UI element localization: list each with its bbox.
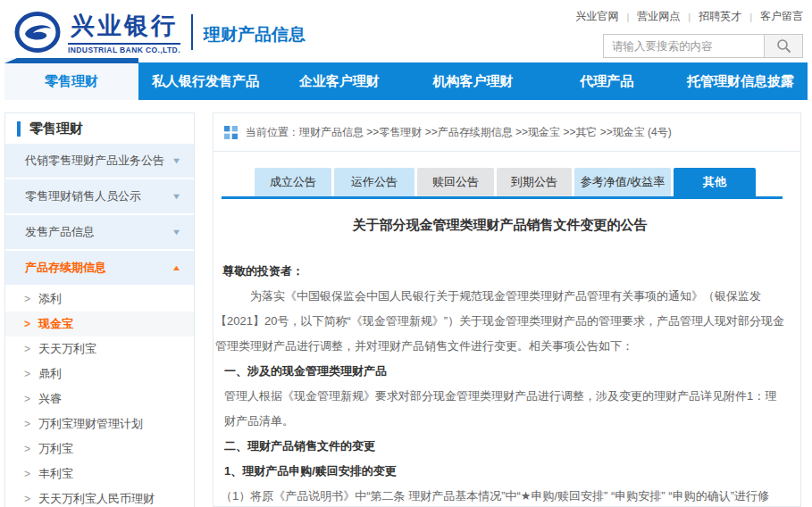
article-paragraph: 管理人根据《现金管理新规》要求对部分现金管理类理财产品进行调整，涉及变更的理财产… (224, 384, 786, 434)
article-heading-1: 一、涉及的现金管理类理财产品 (224, 359, 786, 384)
chevron-up-icon: ▲ (172, 263, 182, 272)
article-paragraph: 为落实《中国银保监会中国人民银行关于规范现金管理类理财产品管理有关事项的通知》（… (215, 284, 786, 359)
search-button[interactable] (764, 35, 802, 57)
subitem-label: 天天万利宝人民币理财 (38, 491, 155, 507)
sidebar-item-xingrui[interactable]: > 兴睿 (5, 386, 194, 411)
link-official-site[interactable]: 兴业官网 (575, 9, 618, 24)
bank-logotype: 兴业银行 INDUSTRIAL BANK CO.,LTD. (68, 10, 180, 54)
sidebar-item-wanlibao-plan[interactable]: > 万利宝理财管理计划 (5, 411, 194, 436)
search-box (603, 34, 803, 58)
breadcrumb: 当前位置：理财产品信息 >>零售理财 >>产品存续期信息 >>现金宝 >>其它 … (213, 113, 800, 152)
nav-tab-corporate-wealth[interactable]: 企业客户理财 (272, 62, 406, 100)
sidebar-section-product-duration-info[interactable]: 产品存续期信息 ▲ (5, 251, 194, 285)
sidebar-item-fenglibao[interactable]: > 丰利宝 (5, 461, 194, 486)
announcement-tabs: 成立公告 运作公告 赎回公告 到期公告 参考净值/收益率 其他 (213, 168, 800, 196)
subitem-label: 鼎利 (38, 366, 62, 382)
bank-logo-icon (14, 11, 61, 54)
tabs-underline (222, 196, 783, 199)
nav-tab-custody-disclosure[interactable]: 托管理财信息披露 (674, 62, 808, 100)
sidebar-item-xianjinbao[interactable]: > 现金宝 (5, 312, 194, 337)
site-header: 兴业银行 INDUSTRIAL BANK CO.,LTD. 理财产品信息 兴业官… (0, 0, 812, 58)
section-label: 代销零售理财产品业务公告 (25, 153, 164, 169)
subitem-label: 万利宝理财管理计划 (38, 416, 143, 432)
section-label: 发售产品信息 (25, 224, 95, 240)
caret-icon: > (24, 343, 30, 355)
link-feedback[interactable]: 客户留言 (760, 9, 803, 24)
article-paragraph: （1）将原《产品说明书》中“第二条 理财产品基本情况”中“★申购/赎回安排” “… (221, 484, 786, 507)
subitem-label: 万利宝 (38, 441, 73, 457)
sidebar-item-dingli[interactable]: > 鼎利 (5, 362, 194, 386)
caret-icon: > (24, 418, 30, 430)
sidebar-section-products-on-sale[interactable]: 发售产品信息 ▼ (5, 215, 194, 249)
chevron-down-icon: ▼ (172, 228, 182, 237)
main-panel: 当前位置：理财产品信息 >>零售理财 >>产品存续期信息 >>现金宝 >>其它 … (213, 112, 801, 507)
subitem-label: 天天万利宝 (38, 341, 96, 357)
bank-name-cn: 兴业银行 (71, 10, 178, 42)
sidebar-title-label: 零售理财 (29, 121, 83, 137)
bank-name-en: INDUSTRIAL BANK CO.,LTD. (68, 43, 180, 54)
announcement-article: 关于部分现金管理类理财产品销售文件变更的公告 尊敬的投资者： 为落实《中国银保监… (213, 217, 800, 507)
article-subheading-1: 1、理财产品申购/赎回安排的变更 (224, 459, 786, 484)
caret-icon: > (24, 443, 30, 455)
search-input[interactable] (604, 35, 764, 57)
section-label: 零售理财销售人员公示 (25, 188, 141, 204)
caret-icon: > (24, 293, 30, 305)
sidebar-section-sales-staff[interactable]: 零售理财销售人员公示 ▼ (5, 179, 194, 213)
section-label: 产品存续期信息 (25, 260, 106, 276)
caret-icon: > (24, 368, 30, 380)
link-branches[interactable]: 营业网点 (637, 9, 680, 24)
tab-redemption-notice[interactable]: 赎回公告 (417, 168, 494, 196)
page: 兴业银行 INDUSTRIAL BANK CO.,LTD. 理财产品信息 兴业官… (0, 0, 812, 507)
grid-icon (224, 126, 238, 139)
tab-other[interactable]: 其他 (674, 168, 756, 196)
title-accent-bar-icon (17, 121, 21, 137)
link-recruiting[interactable]: 招聘英才 (699, 9, 741, 24)
subitem-label: 添利 (38, 291, 62, 307)
subitem-label: 丰利宝 (38, 466, 73, 482)
caret-icon: > (24, 393, 30, 405)
site-section-title: 理财产品信息 (204, 18, 306, 46)
subitem-label: 现金宝 (38, 316, 73, 332)
tab-maturity-notice[interactable]: 到期公告 (497, 168, 572, 196)
bank-logo[interactable]: 兴业银行 INDUSTRIAL BANK CO.,LTD. 理财产品信息 (14, 5, 306, 58)
article-heading-2: 二、理财产品销售文件的变更 (224, 434, 786, 459)
nav-tab-institutional-wealth[interactable]: 机构客户理财 (406, 62, 540, 100)
logo-divider (191, 14, 193, 50)
primary-nav: 零售理财 私人银行发售产品 企业客户理财 机构客户理财 代理产品 托管理财信息披… (4, 62, 808, 100)
sidebar-item-tiantianwanlibao[interactable]: > 天天万利宝 (5, 337, 194, 362)
article-title: 关于部分现金管理类理财产品销售文件变更的公告 (213, 217, 786, 234)
article-salutation: 尊敬的投资者： (222, 259, 786, 284)
sidebar-section-agency-announcements[interactable]: 代销零售理财产品业务公告 ▼ (5, 144, 194, 178)
sidebar: 零售理财 代销零售理财产品业务公告 ▼ 零售理财销售人员公示 ▼ 发售产品信息 … (4, 112, 195, 507)
nav-tab-private-bank-products[interactable]: 私人银行发售产品 (138, 62, 272, 100)
header-top-links: 兴业官网 | 营业网点 | 招聘英才 | 客户留言 (575, 9, 803, 24)
caret-icon: > (24, 493, 30, 505)
tab-operation-notice[interactable]: 运作公告 (334, 168, 414, 196)
chevron-down-icon: ▼ (172, 192, 182, 201)
caret-icon: > (24, 318, 30, 330)
tab-establishment-notice[interactable]: 成立公告 (255, 168, 331, 196)
search-icon (776, 38, 791, 54)
links-separator: | (626, 12, 629, 22)
links-separator: | (688, 12, 691, 22)
nav-tab-agency-products[interactable]: 代理产品 (540, 62, 674, 100)
chevron-down-icon: ▼ (172, 156, 182, 165)
sidebar-item-wanlibao[interactable]: > 万利宝 (5, 436, 194, 461)
nav-tab-retail-wealth[interactable]: 零售理财 (4, 58, 138, 100)
header-right: 兴业官网 | 营业网点 | 招聘英才 | 客户留言 (575, 5, 803, 58)
tab-reference-nav-yield[interactable]: 参考净值/收益率 (574, 168, 671, 196)
sidebar-item-tianli[interactable]: > 添利 (5, 287, 194, 312)
breadcrumb-text: 当前位置：理财产品信息 >>零售理财 >>产品存续期信息 >>现金宝 >>其它 … (246, 125, 672, 140)
sidebar-title: 零售理财 (5, 113, 194, 144)
links-separator: | (749, 12, 752, 22)
content-area: 零售理财 代销零售理财产品业务公告 ▼ 零售理财销售人员公示 ▼ 发售产品信息 … (4, 112, 801, 507)
subitem-label: 兴睿 (38, 391, 62, 407)
sidebar-item-ttwlb-rmb[interactable]: > 天天万利宝人民币理财 (5, 486, 194, 507)
caret-icon: > (24, 468, 30, 480)
